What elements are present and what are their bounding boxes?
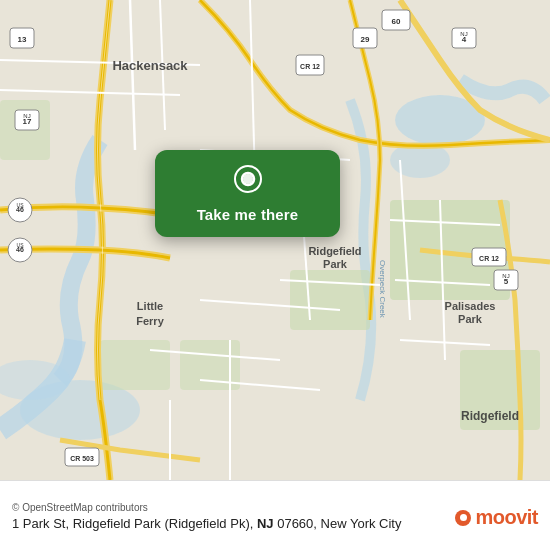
svg-rect-6	[290, 270, 370, 330]
svg-text:Park: Park	[458, 313, 483, 325]
take-me-there-label: Take me there	[197, 206, 299, 223]
svg-text:13: 13	[18, 35, 27, 44]
map-svg: 17 NJ 46 US 46 US CR 12 4 NJ 29 13 60 5 …	[0, 0, 550, 480]
info-bar: © OpenStreetMap contributors 1 Park St, …	[0, 480, 550, 550]
svg-text:US: US	[17, 242, 25, 248]
svg-text:Little: Little	[137, 300, 163, 312]
svg-text:Hackensack: Hackensack	[112, 58, 188, 73]
address-text: 1 Park St, Ridgefield Park (Ridgefield P…	[12, 516, 401, 531]
svg-text:CR 12: CR 12	[300, 63, 320, 70]
map-container: 17 NJ 46 US 46 US CR 12 4 NJ 29 13 60 5 …	[0, 0, 550, 480]
map-popup[interactable]: Take me there	[155, 150, 340, 237]
svg-text:CR 12: CR 12	[479, 255, 499, 262]
svg-text:CR 503: CR 503	[70, 455, 94, 462]
osm-credit-text: © OpenStreetMap contributors	[12, 502, 148, 513]
svg-text:NJ: NJ	[502, 273, 509, 279]
svg-text:29: 29	[361, 35, 370, 44]
svg-text:Ferry: Ferry	[136, 315, 164, 327]
svg-text:NJ: NJ	[23, 113, 30, 119]
svg-text:Ridgefield: Ridgefield	[308, 245, 361, 257]
location-pin-icon	[230, 164, 266, 200]
svg-text:Overpeck Creek: Overpeck Creek	[378, 260, 387, 319]
moovit-logo: moovit	[455, 506, 538, 529]
svg-point-68	[243, 174, 253, 184]
svg-text:NJ: NJ	[460, 31, 467, 37]
address-line: 1 Park St, Ridgefield Park (Ridgefield P…	[12, 515, 445, 533]
moovit-dot-inner	[460, 514, 467, 521]
svg-rect-7	[100, 340, 170, 390]
svg-text:60: 60	[392, 17, 401, 26]
osm-credit: © OpenStreetMap contributors	[12, 502, 445, 513]
svg-text:Palisades: Palisades	[445, 300, 496, 312]
moovit-dot-icon	[455, 510, 471, 526]
svg-text:Park: Park	[323, 258, 348, 270]
svg-text:Ridgefield: Ridgefield	[461, 409, 519, 423]
address-section: © OpenStreetMap contributors 1 Park St, …	[12, 502, 445, 533]
svg-text:US: US	[17, 202, 25, 208]
moovit-brand-text: moovit	[475, 506, 538, 529]
